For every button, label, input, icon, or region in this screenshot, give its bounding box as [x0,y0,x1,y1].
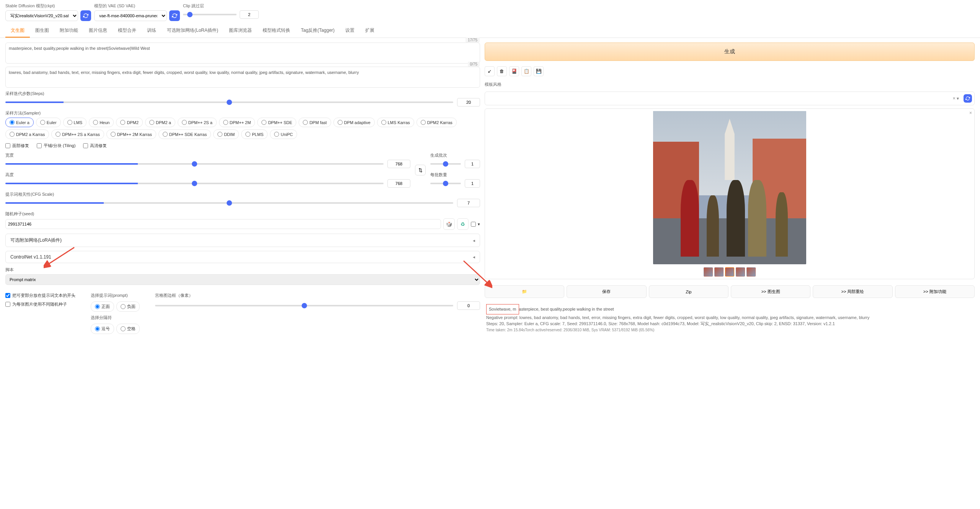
height-value[interactable] [387,179,410,188]
thumbnail[interactable] [704,267,713,277]
send-inpaint-button[interactable]: >> 局部重绘 [813,285,892,298]
sampler-option[interactable]: LMS Karras [377,118,414,127]
script-select[interactable]: Prompt matrix [5,274,480,285]
sampler-option[interactable]: DPM2 [116,118,143,127]
controlnet-accordion[interactable]: ControlNet v1.1.191◂ [5,251,480,263]
batch-size-slider[interactable] [430,183,461,184]
gallery-close-icon[interactable]: × [969,110,972,116]
sampler-option[interactable]: DDIM [213,129,239,139]
sampler-option[interactable]: DPM2 Karras [416,118,457,127]
sampler-option[interactable]: DPM++ SDE Karras [158,129,211,139]
sampler-option[interactable]: DPM++ SDE [257,118,296,127]
cfg-value[interactable] [457,199,480,207]
height-slider[interactable] [5,183,384,184]
swap-dims-button[interactable]: ⇅ [415,165,426,175]
sampler-option[interactable]: DPM2 a [145,118,175,127]
sampler-option[interactable]: DPM adaptive [333,118,375,127]
tool-palette-button[interactable]: 🎴 [509,66,519,76]
tab-9[interactable]: Tag反推(Tagger) [296,24,340,38]
chevron-left-icon: ◂ [473,238,475,243]
tool-trash-button[interactable]: 🗑 [497,66,507,76]
zip-button[interactable]: Zip [649,285,728,298]
tab-3[interactable]: 图片信息 [83,24,113,38]
style-refresh-button[interactable] [964,94,972,103]
sampler-option[interactable]: DPM++ 2M Karras [106,129,156,139]
vae-select[interactable]: vae-ft-mse-840000-ema-pruned.safetensors [94,10,167,21]
sampler-option[interactable]: Euler [36,118,61,127]
width-value[interactable] [387,160,410,168]
seed-extra-check[interactable]: ▾ [471,222,480,227]
matrix-space-radio[interactable]: 空格 [116,324,140,334]
model-refresh-button[interactable] [80,10,91,21]
generate-button[interactable]: 生成 [485,43,975,61]
sampler-option[interactable]: DPM++ 2S a Karras [51,129,104,139]
seed-random-button[interactable]: 🎲 [443,218,455,230]
neg-prompt-input[interactable]: lowres, bad anatomy, bad hands, text, er… [9,70,477,83]
clip-slider[interactable] [183,14,237,15]
style-clear-icon[interactable]: × ▾ [953,96,959,101]
sampler-option[interactable]: UniPC [270,129,297,139]
matrix-pos-radio[interactable]: 正面 [91,301,114,312]
matrix-margin-value[interactable] [457,301,480,310]
tiling-check[interactable]: 平铺/分块 (Tiling) [37,143,75,149]
seed-input[interactable] [5,219,441,229]
script-label: 脚本 [5,267,480,273]
batch-count-slider[interactable] [430,163,461,165]
tab-1[interactable]: 图生图 [30,24,54,38]
clip-label: Clip 跳过层 [183,3,259,9]
width-label: 宽度 [5,152,410,158]
save-button[interactable]: 保存 [567,285,646,298]
highlighted-token: Sovietwave, m [486,304,519,314]
tab-0[interactable]: 文生图 [5,24,30,38]
style-label: 模板风格 [485,82,975,87]
tab-6[interactable]: 可选附加网络(LoRA插件) [162,24,224,38]
matrix-check2[interactable]: 为每张图片使用不同随机种子 [5,301,75,307]
tab-11[interactable]: 扩展 [360,24,380,38]
open-folder-button[interactable]: 📁 [485,285,564,298]
sampler-option[interactable]: Euler a [5,118,34,127]
prompt-input[interactable]: masterpiece, best quality,people walking… [9,46,477,59]
tab-10[interactable]: 设置 [340,24,360,38]
matrix-margin-slider[interactable] [155,305,453,306]
cfg-label: 提示词相关性(CFG Scale) [5,191,480,197]
thumbnail[interactable] [714,267,724,277]
sampler-option[interactable]: DPM++ 2M [219,118,255,127]
batch-size-value[interactable] [465,179,480,188]
thumbnail[interactable] [725,267,734,277]
tab-5[interactable]: 训练 [142,24,162,38]
send-extras-button[interactable]: >> 附加功能 [895,285,975,298]
face-restore-check[interactable]: 面部修复 [5,143,29,149]
sampler-option[interactable]: PLMS [241,129,268,139]
tab-8[interactable]: 模型格式转换 [257,24,296,38]
cfg-slider[interactable] [5,202,453,204]
send-img2img-button[interactable]: >> 图生图 [731,285,810,298]
thumbnail[interactable] [746,267,756,277]
vae-refresh-button[interactable] [169,10,180,21]
width-slider[interactable] [5,163,384,165]
matrix-comma-radio[interactable]: 逗号 [91,324,114,334]
model-select[interactable]: 写实\realisticVisionV20_v20.safetensors [c… [5,10,78,21]
sampler-option[interactable]: DPM2 a Karras [5,129,49,139]
tool-clipboard-button[interactable]: 📋 [521,66,531,76]
sampler-option[interactable]: DPM fast [299,118,331,127]
generated-image[interactable] [653,111,806,264]
tool-save-button[interactable]: 💾 [534,66,544,76]
steps-slider[interactable] [5,101,453,103]
sampler-label: 采样方法(Sampler) [5,110,480,116]
matrix-neg-radio[interactable]: 负面 [116,301,140,312]
lora-accordion[interactable]: 可选附加网络(LoRA插件)◂ [5,234,480,247]
thumbnail[interactable] [736,267,745,277]
tab-2[interactable]: 附加功能 [54,24,83,38]
sampler-option[interactable]: Heun [89,118,114,127]
clip-value[interactable] [240,10,259,19]
steps-value[interactable] [457,98,480,106]
tab-4[interactable]: 模型合并 [113,24,142,38]
hires-check[interactable]: 高清修复 [83,143,107,149]
batch-count-value[interactable] [465,160,480,168]
seed-recycle-button[interactable]: ♻ [457,218,469,230]
sampler-option[interactable]: LMS [63,118,87,127]
matrix-check1[interactable]: 把可变部分放在提示词文本的开头 [5,293,75,298]
tab-7[interactable]: 图库浏览器 [224,24,257,38]
sampler-option[interactable]: DPM++ 2S a [178,118,217,127]
tool-arrow-button[interactable]: ↙ [485,66,495,76]
